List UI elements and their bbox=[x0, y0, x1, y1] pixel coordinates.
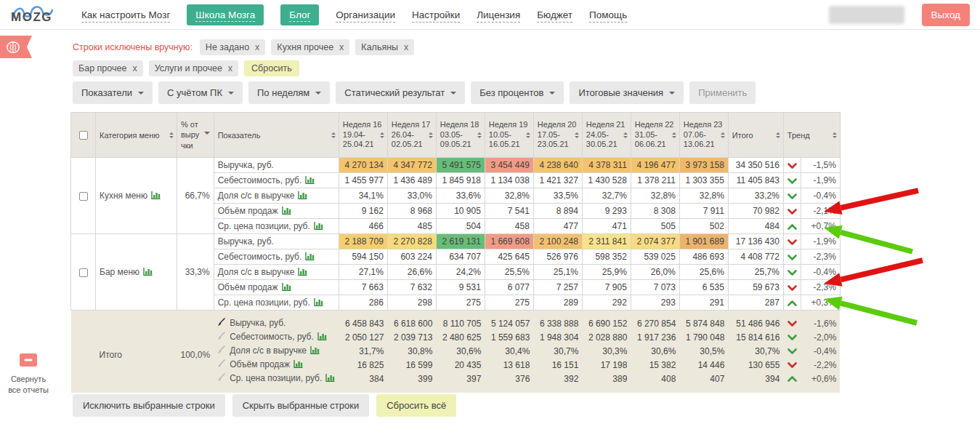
hide-selected-rows-button[interactable]: Скрыть выбранные строки bbox=[232, 394, 370, 417]
reset-filters-button[interactable]: Сбросить bbox=[244, 60, 299, 76]
bar-chart-icon[interactable] bbox=[307, 345, 320, 356]
exclude-selected-rows-button[interactable]: Исключить выбранные строки bbox=[73, 394, 225, 417]
bar-chart-icon[interactable] bbox=[310, 221, 323, 231]
nav-item-organizations[interactable]: Организации bbox=[336, 9, 395, 20]
value-cell: 458 bbox=[485, 219, 533, 234]
sort-icon[interactable] bbox=[526, 130, 530, 140]
week-column-header[interactable]: Неделя 2124.05-30.05.21 bbox=[582, 113, 631, 158]
nav-item-label: Блог bbox=[289, 9, 310, 22]
column-header-trend[interactable]: Тренд bbox=[783, 113, 840, 158]
apply-button[interactable]: Применить bbox=[689, 81, 756, 104]
sort-icon[interactable] bbox=[380, 130, 384, 140]
reset-all-button[interactable]: Сбросить всё bbox=[376, 394, 456, 417]
dropdown-no-percents[interactable]: Без процентов bbox=[471, 81, 564, 104]
dropdown-with-pc[interactable]: С учётом ПК bbox=[158, 81, 243, 104]
sort-icon[interactable] bbox=[169, 130, 174, 140]
column-header-category[interactable]: Категория меню bbox=[96, 113, 177, 158]
brush-icon[interactable] bbox=[217, 332, 226, 343]
metric-label-cell: Объём продаж bbox=[214, 280, 339, 295]
remove-chip-icon[interactable]: x bbox=[228, 63, 232, 73]
nav-item-license[interactable]: Лицензия bbox=[477, 9, 520, 20]
bar-chart-icon[interactable] bbox=[294, 191, 307, 201]
collapse-reports-button[interactable] bbox=[20, 353, 37, 367]
week-range: 16.05.21 bbox=[489, 140, 530, 150]
week-column-header[interactable]: Неделя 2231.05-06.06.21 bbox=[631, 113, 679, 158]
bar-chart-icon[interactable] bbox=[322, 373, 335, 383]
bar-chart-icon[interactable] bbox=[310, 297, 323, 308]
row-checkbox[interactable] bbox=[79, 192, 88, 201]
week-title: Неделя 18 bbox=[440, 120, 481, 130]
dropdown-by-weeks[interactable]: По неделям bbox=[248, 81, 330, 104]
remove-chip-icon[interactable]: x bbox=[404, 42, 408, 52]
sort-icon[interactable] bbox=[477, 130, 482, 140]
brain-ribbon[interactable] bbox=[0, 36, 32, 58]
sort-icon[interactable] bbox=[776, 130, 780, 140]
value-cell: 9 162 bbox=[339, 204, 387, 219]
logout-button[interactable]: Выход bbox=[922, 4, 970, 26]
bar-chart-icon[interactable] bbox=[301, 252, 315, 262]
trend-icon-cell bbox=[783, 344, 801, 358]
value-cell: 466 bbox=[339, 219, 387, 234]
sort-icon[interactable] bbox=[672, 130, 676, 140]
bar-chart-icon[interactable] bbox=[301, 175, 315, 185]
nav-item-help[interactable]: Помощь bbox=[589, 9, 627, 20]
week-column-header[interactable]: Неделя 1726.04-02.05.21 bbox=[387, 113, 436, 158]
nav-item-how-to-setup[interactable]: Как настроить Мозг bbox=[81, 9, 170, 20]
select-all-checkbox[interactable] bbox=[79, 131, 88, 140]
week-column-header[interactable]: Неделя 1803.05-09.05.21 bbox=[436, 113, 485, 158]
nav-item-blog[interactable]: Блог bbox=[280, 4, 319, 25]
sort-icon[interactable] bbox=[623, 130, 628, 140]
value-cell: 5 124 057 bbox=[485, 311, 533, 331]
bar-chart-icon[interactable] bbox=[278, 282, 291, 292]
nav-item-school[interactable]: Школа Мозга bbox=[187, 4, 264, 25]
remove-chip-icon[interactable]: x bbox=[339, 42, 344, 52]
value-cell: 2 480 625 bbox=[436, 330, 485, 344]
brush-icon[interactable] bbox=[217, 360, 226, 370]
sort-icon[interactable] bbox=[331, 130, 336, 140]
sort-icon[interactable] bbox=[429, 130, 433, 140]
sort-icon[interactable] bbox=[833, 130, 837, 140]
bar-chart-icon[interactable] bbox=[278, 206, 291, 216]
sort-icon[interactable] bbox=[721, 130, 725, 140]
mozg-logo[interactable]: MOZG bbox=[10, 2, 58, 27]
value-cell: 32,8% bbox=[679, 188, 728, 204]
bar-chart-icon[interactable] bbox=[290, 359, 303, 369]
value-cell: 2 050 127 bbox=[339, 330, 387, 344]
remove-chip-icon[interactable]: x bbox=[255, 42, 259, 52]
column-header-metric[interactable]: Показатель bbox=[214, 113, 339, 158]
dropdown-indicators[interactable]: Показатели bbox=[73, 81, 153, 104]
remove-chip-icon[interactable]: x bbox=[132, 63, 137, 73]
nav-item-budget[interactable]: Бюджет bbox=[537, 9, 572, 20]
total-cell: 70 982 bbox=[728, 204, 783, 219]
brush-icon[interactable] bbox=[217, 374, 226, 384]
week-column-header[interactable]: Неделя 2017.05-23.05.21 bbox=[533, 113, 582, 158]
brush-icon[interactable] bbox=[217, 346, 226, 356]
trend-icon-cell bbox=[783, 372, 801, 393]
column-header-revenue-share[interactable]: % от выручки bbox=[177, 113, 214, 158]
dropdown-total-values[interactable]: Итоговые значения bbox=[570, 81, 684, 104]
sort-down-arrow bbox=[623, 136, 628, 140]
dropdown-static-result[interactable]: Статический результат bbox=[336, 81, 465, 104]
week-column-header[interactable]: Неделя 1910.05-16.05.21 bbox=[485, 113, 533, 158]
bar-chart-icon[interactable] bbox=[314, 332, 327, 342]
sort-icon[interactable] bbox=[575, 130, 579, 140]
column-header-total[interactable]: Итого bbox=[728, 113, 783, 158]
nav-item-settings[interactable]: Настройки bbox=[412, 9, 460, 20]
week-column-header[interactable]: Неделя 2307.06-13.06.21 bbox=[679, 113, 728, 158]
value-cell: 392 bbox=[533, 372, 582, 393]
filter-chip: Бар прочееx bbox=[73, 60, 143, 76]
bar-chart-icon[interactable] bbox=[294, 267, 307, 277]
row-checkbox[interactable] bbox=[79, 268, 88, 277]
bar-chart-icon[interactable] bbox=[139, 267, 153, 277]
week-column-header[interactable]: Неделя 1619.04-25.04.21 bbox=[339, 113, 387, 158]
bar-chart-icon[interactable] bbox=[147, 191, 161, 201]
sort-desc-icon[interactable] bbox=[204, 132, 210, 137]
value-cell: 32,8% bbox=[631, 188, 679, 204]
brush-icon[interactable] bbox=[217, 319, 226, 329]
column-header-label: % от выручки bbox=[181, 119, 203, 151]
sort-down-arrow bbox=[331, 136, 336, 140]
week-range: 19.04- bbox=[343, 130, 384, 140]
value-cell: 286 bbox=[339, 295, 387, 311]
heatmap-cell: 4 196 477 bbox=[631, 158, 679, 173]
trend-icon-cell bbox=[783, 311, 801, 331]
